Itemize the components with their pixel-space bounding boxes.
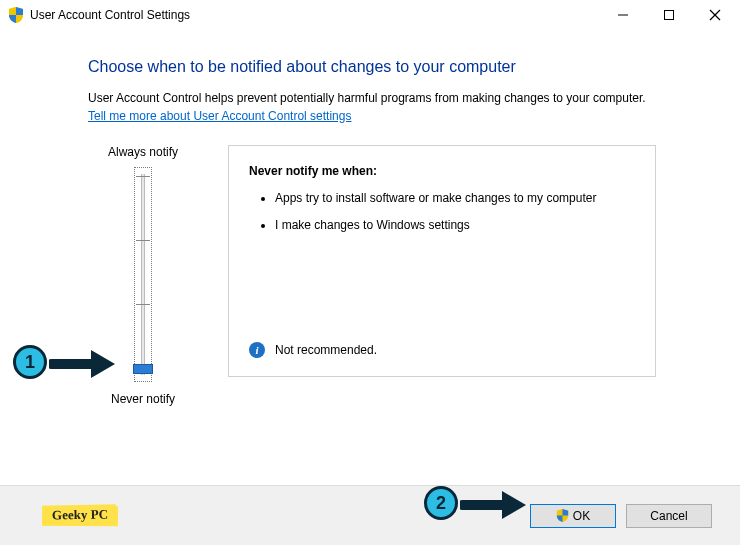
slider-tick (136, 240, 150, 241)
minimize-button[interactable] (600, 0, 646, 30)
annotation-step-1: 1 (13, 345, 47, 379)
ok-button-label: OK (573, 509, 590, 523)
slider-area: Always notify Never notify Never notify … (88, 145, 670, 406)
help-link[interactable]: Tell me more about User Account Control … (88, 109, 351, 123)
slider-label-bottom: Never notify (111, 392, 175, 406)
panel-bullet: Apps try to install software or make cha… (275, 190, 635, 207)
slider-thumb[interactable] (133, 364, 153, 374)
watermark: Geeky PC (44, 504, 116, 525)
titlebar: User Account Control Settings (0, 0, 740, 30)
info-icon: i (249, 342, 265, 358)
ok-button[interactable]: OK (530, 504, 616, 528)
recommendation-row: i Not recommended. (249, 342, 377, 358)
description-panel: Never notify me when: Apps try to instal… (228, 145, 656, 377)
window-title: User Account Control Settings (30, 8, 190, 22)
svg-rect-1 (665, 11, 674, 20)
cancel-button-label: Cancel (650, 509, 687, 523)
content-area: Choose when to be notified about changes… (0, 30, 740, 475)
panel-bullet: I make changes to Windows settings (275, 217, 635, 234)
slider-label-top: Always notify (108, 145, 178, 159)
uac-shield-icon (556, 509, 569, 522)
slider-tick (136, 304, 150, 305)
annotation-arrow-icon (460, 488, 530, 525)
panel-title: Never notify me when: (249, 164, 635, 178)
page-heading: Choose when to be notified about changes… (88, 58, 670, 76)
slider-tick (136, 176, 150, 177)
annotation-arrow-icon (49, 347, 119, 384)
uac-shield-icon (8, 7, 24, 23)
close-button[interactable] (692, 0, 738, 30)
annotation-step-2: 2 (424, 486, 458, 520)
cancel-button[interactable]: Cancel (626, 504, 712, 528)
maximize-button[interactable] (646, 0, 692, 30)
slider-track (141, 174, 145, 375)
description-text: User Account Control helps prevent poten… (88, 90, 670, 107)
recommendation-text: Not recommended. (275, 343, 377, 357)
uac-slider[interactable] (134, 167, 152, 382)
panel-bullet-list: Apps try to install software or make cha… (249, 190, 635, 234)
